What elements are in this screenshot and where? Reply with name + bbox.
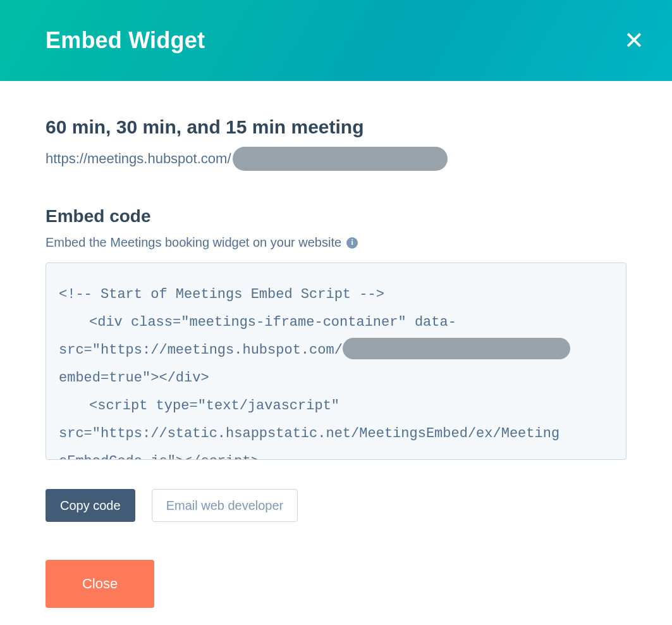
code-line: src="https://meetings.hubspot.com/ — [59, 337, 613, 364]
modal-header: Embed Widget ✕ — [0, 0, 672, 81]
email-web-developer-button[interactable]: Email web developer — [152, 489, 298, 522]
embed-code-box[interactable]: <!-- Start of Meetings Embed Script --> … — [46, 263, 626, 460]
code-line: <div class="meetings-iframe-container" d… — [59, 309, 613, 337]
meeting-title: 60 min, 30 min, and 15 min meeting — [46, 116, 626, 138]
code-line: <script type="text/javascript" — [59, 392, 613, 420]
redacted-code-segment — [343, 338, 570, 359]
copy-code-button[interactable]: Copy code — [46, 489, 135, 522]
embed-code-subtext: Embed the Meetings booking widget on you… — [46, 235, 341, 250]
code-line: src="https://static.hsappstatic.net/Meet… — [59, 420, 613, 448]
button-row: Copy code Email web developer — [46, 489, 626, 522]
meeting-url-row: https://meetings.hubspot.com/ — [46, 147, 626, 171]
modal-title: Embed Widget — [46, 27, 205, 54]
redacted-url-segment — [233, 147, 448, 171]
modal-body: 60 min, 30 min, and 15 min meeting https… — [0, 81, 672, 625]
close-button[interactable]: Close — [46, 560, 154, 608]
embed-code-heading: Embed code — [46, 206, 626, 226]
info-icon[interactable]: i — [346, 237, 358, 249]
code-line: <!-- Start of Meetings Embed Script --> — [59, 281, 613, 309]
close-icon[interactable]: ✕ — [624, 28, 644, 53]
code-line: sEmbedCode.js"></script> — [59, 448, 613, 460]
embed-code-sub-row: Embed the Meetings booking widget on you… — [46, 235, 626, 250]
meeting-url: https://meetings.hubspot.com/ — [46, 151, 231, 167]
code-line: embed=true"></div> — [59, 364, 613, 392]
